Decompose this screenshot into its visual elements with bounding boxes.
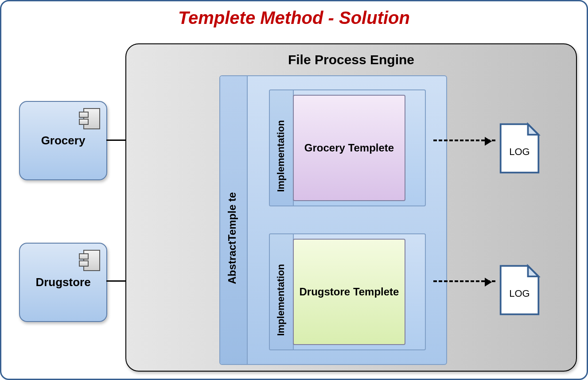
file-process-engine: File Process Engine AbstractTemple te Im… xyxy=(125,43,577,372)
component-drugstore-label: Drugstore xyxy=(35,275,90,289)
log-label: LOG xyxy=(498,288,541,299)
diagram-frame: Templete Method - Solution Grocery Drugs… xyxy=(0,0,588,380)
log-file-icon: LOG xyxy=(498,122,541,175)
abstract-templete-tab: AbstractTemple te xyxy=(220,76,248,364)
component-icon xyxy=(79,108,98,128)
drugstore-templete-box: Implementation Drugstore Templete xyxy=(269,233,426,350)
component-drugstore: Drugstore xyxy=(19,243,107,322)
implementation-label: Implementation xyxy=(275,120,287,192)
drugstore-templete-label: Drugstore Templete xyxy=(293,239,405,345)
arrow-drugstore-to-log xyxy=(433,280,495,282)
implementation-tab: Implementation xyxy=(270,234,294,349)
component-grocery-label: Grocery xyxy=(41,134,86,147)
abstract-templete-label: AbstractTemple te xyxy=(226,192,238,284)
diagram-title: Templete Method - Solution xyxy=(1,8,587,28)
arrow-grocery-to-log xyxy=(433,140,495,141)
log-label: LOG xyxy=(498,146,541,158)
component-icon xyxy=(79,250,98,270)
log-file-icon: LOG xyxy=(498,264,541,317)
abstract-templete-box: AbstractTemple te Implementation Grocery… xyxy=(219,75,447,365)
implementation-label: Implementation xyxy=(275,264,287,336)
grocery-templete-label: Grocery Templete xyxy=(293,95,405,201)
engine-title: File Process Engine xyxy=(126,52,576,67)
grocery-templete-box: Implementation Grocery Templete xyxy=(269,89,426,206)
implementation-tab: Implementation xyxy=(270,90,294,206)
component-grocery: Grocery xyxy=(19,101,107,180)
